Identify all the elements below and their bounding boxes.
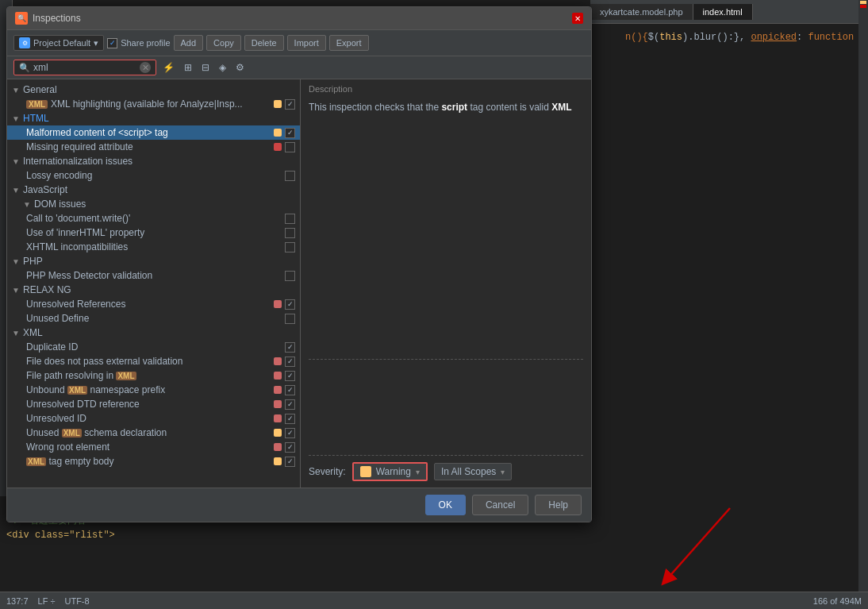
item-unused-define[interactable]: Unused Define — [7, 311, 300, 326]
dot-yellow-3 — [274, 429, 282, 437]
item-wrong-root-check[interactable] — [285, 442, 295, 453]
cancel-button[interactable]: Cancel — [472, 495, 528, 515]
group-js: ▼ JavaScript ▼ DOM issues Call to 'docum… — [7, 183, 300, 254]
delete-button[interactable]: Delete — [244, 35, 284, 51]
search-bar: 🔍 xml ✕ ⚡ ⊞ ⊟ ◈ ⚙ — [7, 56, 591, 79]
group-js-header[interactable]: ▼ JavaScript — [7, 183, 300, 197]
scope-dropdown[interactable]: In All Scopes ▾ — [434, 463, 512, 480]
highlight-button[interactable]: ◈ — [216, 60, 229, 75]
item-unresolved-refs-check[interactable] — [285, 299, 295, 310]
add-button[interactable]: Add — [174, 35, 204, 51]
item-malformed-check[interactable] — [285, 128, 295, 138]
item-php-mess-label: PHP Mess Detector validation — [26, 270, 282, 281]
copy-button[interactable]: Copy — [206, 35, 241, 51]
item-malformed-content[interactable]: Malformed content of <script> tag — [7, 125, 300, 140]
close-button[interactable]: ✕ — [572, 13, 583, 24]
help-button[interactable]: Help — [535, 495, 582, 515]
memory-info: 166 of 494M — [813, 596, 862, 606]
item-php-mess-check[interactable] — [285, 271, 295, 281]
tab-index-html[interactable]: index.html — [693, 4, 753, 20]
item-xml-highlighting-check[interactable] — [285, 99, 295, 110]
group-html-label: HTML — [23, 113, 49, 124]
profile-selector[interactable]: ⚙ Project Default ▾ — [13, 35, 104, 51]
group-html-header[interactable]: ▼ HTML — [7, 111, 300, 125]
group-relax-label: RELAX NG — [23, 284, 71, 295]
item-xml-highlighting-label: XML highlighting (available for Analyze|… — [51, 98, 271, 110]
group-php-header[interactable]: ▼ PHP — [7, 254, 300, 268]
severity-dropdown[interactable]: Warning ▾ — [352, 462, 428, 481]
item-lossy-encoding[interactable]: Lossy encoding — [7, 168, 300, 183]
editor-tab-bar: xykartcate.model.php index.html — [590, 0, 868, 24]
profile-label: Project Default — [33, 38, 90, 48]
ok-button[interactable]: OK — [425, 495, 466, 515]
item-unresolved-id-check[interactable] — [285, 414, 295, 424]
item-xml-highlighting[interactable]: XML XML highlighting (available for Anal… — [7, 97, 300, 111]
item-file-path[interactable]: File path resolving in XML — [7, 368, 300, 383]
scope-arrow-icon: ▾ — [501, 468, 505, 476]
item-document-write[interactable]: Call to 'document.write()' — [7, 211, 300, 225]
description-panel: Description This inspection checks that … — [301, 79, 591, 488]
group-relax-header[interactable]: ▼ RELAX NG — [7, 283, 300, 297]
code-line-1: n(){$(this).blur():}, onpicked: function — [593, 30, 865, 44]
group-general-header[interactable]: ▼ General — [7, 83, 300, 97]
profile-arrow-icon: ▾ — [94, 38, 98, 48]
item-unresolved-refs[interactable]: Unresolved References — [7, 297, 300, 311]
filter-button[interactable]: ⚡ — [159, 60, 178, 75]
item-unresolved-id[interactable]: Unresolved ID — [7, 411, 300, 426]
group-xml-header[interactable]: ▼ XML — [7, 326, 300, 340]
item-dtd-ref[interactable]: Unresolved DTD reference — [7, 397, 300, 411]
item-unused-schema-check[interactable] — [285, 428, 295, 438]
item-missing-check[interactable] — [285, 142, 295, 152]
item-missing-required-label: Missing required attribute — [26, 141, 271, 152]
item-duplicate-id-check[interactable] — [285, 342, 295, 353]
item-duplicate-id[interactable]: Duplicate ID — [7, 340, 300, 354]
xml-badge: XML — [26, 100, 48, 109]
search-input-wrap[interactable]: 🔍 xml ✕ — [13, 60, 156, 75]
settings-button[interactable]: ⚙ — [232, 60, 248, 75]
group-dom-header[interactable]: ▼ DOM issues — [7, 197, 300, 211]
item-unbound-ns[interactable]: Unbound XML namespace prefix — [7, 383, 300, 397]
group-i18n-header[interactable]: ▼ Internationalization issues — [7, 154, 300, 168]
item-innerhtml-check[interactable] — [285, 228, 295, 238]
item-xml-empty-body-check[interactable] — [285, 457, 295, 467]
item-ext-validation-check[interactable] — [285, 357, 295, 367]
collapse-all-button[interactable]: ⊟ — [198, 60, 213, 75]
item-unused-schema[interactable]: Unused XML schema declaration — [7, 426, 300, 440]
dot-pink-7 — [274, 443, 282, 451]
tab-xykartcate[interactable]: xykartcate.model.php — [590, 4, 693, 20]
dot-pink-2 — [274, 357, 282, 365]
item-ext-validation[interactable]: File does not pass external validation — [7, 354, 300, 368]
item-unused-define-check[interactable] — [285, 314, 295, 324]
item-dtd-ref-check[interactable] — [285, 399, 295, 410]
item-unbound-ns-check[interactable] — [285, 385, 295, 395]
item-php-mess[interactable]: PHP Mess Detector validation — [7, 268, 300, 283]
group-php-label: PHP — [23, 256, 43, 267]
item-file-path-check[interactable] — [285, 371, 295, 381]
item-document-write-check[interactable] — [285, 214, 295, 224]
item-innerhtml[interactable]: Use of 'innerHTML' property — [7, 225, 300, 240]
export-button[interactable]: Export — [329, 35, 369, 51]
expand-all-button[interactable]: ⊞ — [181, 60, 195, 75]
share-profile-checkbox[interactable]: Share profile — [107, 38, 170, 48]
import-button[interactable]: Import — [287, 35, 326, 51]
item-xhtml-incompat[interactable]: XHTML incompatibilities — [7, 240, 300, 254]
group-general-label: General — [23, 84, 57, 95]
dialog-toolbar: ⚙ Project Default ▾ Share profile Add Co… — [7, 30, 591, 56]
search-input[interactable]: xml — [33, 62, 140, 73]
item-wrong-root[interactable]: Wrong root element — [7, 440, 300, 454]
import-label: Import — [294, 38, 319, 48]
share-checkbox-box — [107, 38, 117, 48]
item-xml-empty-body[interactable]: XML tag empty body — [7, 454, 300, 468]
search-clear-button[interactable]: ✕ — [140, 62, 151, 73]
dot-red-1 — [274, 143, 282, 151]
dot-pink-5 — [274, 400, 282, 408]
item-unused-schema-label: Unused XML schema declaration — [26, 427, 271, 438]
item-xhtml-check[interactable] — [285, 242, 295, 252]
cursor-position: 137:7 — [6, 596, 29, 606]
source-line-3: <div class="rlist"> — [6, 528, 581, 542]
item-lossy-check[interactable] — [285, 171, 295, 181]
group-xml-label: XML — [23, 327, 43, 338]
gutter-mark-red — [860, 5, 866, 8]
item-missing-required[interactable]: Missing required attribute — [7, 140, 300, 154]
inspection-tree[interactable]: ▼ General XML XML highlighting (availabl… — [7, 79, 301, 488]
